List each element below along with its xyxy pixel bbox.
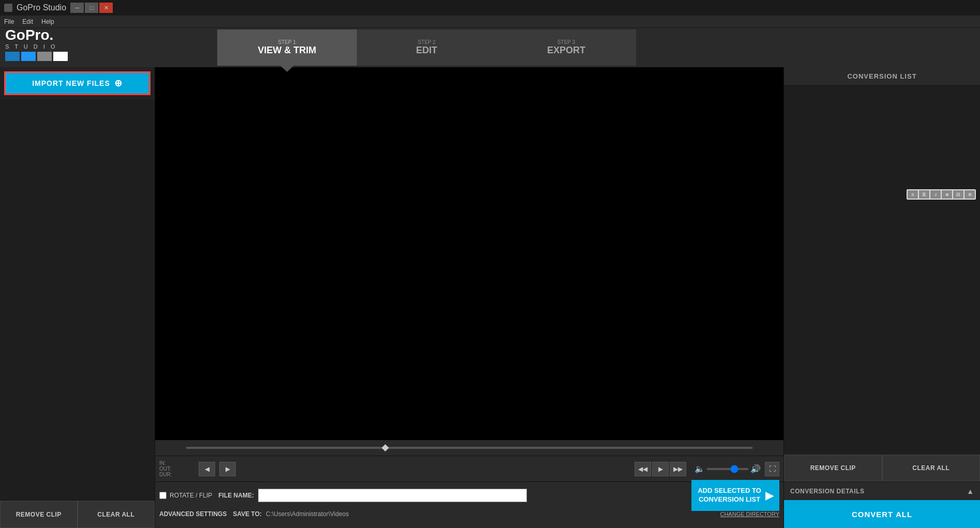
prev-frame-button[interactable]: ◀ — [199, 462, 215, 476]
right-panel: CONVERSION LIST S 英 J ⊕ 回 ⚙ REMOVE CLIP … — [783, 67, 980, 528]
out-label: OUT: — [159, 466, 190, 472]
step3-button[interactable]: STEP 3 EXPORT — [496, 29, 636, 66]
playback-controls: ◀◀ ▶ ▶▶ — [635, 462, 686, 476]
scrubber-track[interactable] — [186, 447, 752, 449]
close-button[interactable]: ✕ — [99, 3, 113, 13]
add-arrow-icon: ▶ — [765, 489, 773, 502]
volume-icon: 🔈 — [695, 464, 705, 474]
center-panel: IN: OUT: DUR: ◀ ▶ ◀◀ ▶ ▶▶ 🔈 🔊 ⛶ — [155, 67, 783, 528]
float-btn-1[interactable]: S — [908, 190, 918, 199]
controls-bar: IN: OUT: DUR: ◀ ▶ ◀◀ ▶ ▶▶ 🔈 🔊 ⛶ — [155, 456, 783, 481]
saveto-label: SAVE TO: — [233, 510, 262, 518]
float-btn-6[interactable]: ⚙ — [964, 190, 975, 199]
main-layout: IMPORT NEW FILES ⊕ REMOVE CLIP CLEAR ALL… — [0, 67, 980, 528]
app-icon — [4, 4, 12, 12]
right-remove-clip-button[interactable]: REMOVE CLIP — [784, 455, 882, 481]
add-to-list-label: ADD SELECTED TOCONVERSION LIST — [698, 487, 761, 504]
left-bottom-buttons: REMOVE CLIP CLEAR ALL — [0, 500, 155, 528]
import-plus-icon: ⊕ — [114, 78, 123, 89]
add-to-conversion-list-button[interactable]: ADD SELECTED TOCONVERSION LIST ▶ — [691, 480, 779, 511]
title-bar: GoPro Studio ─ □ ✕ — [0, 0, 980, 16]
play-button[interactable]: ▶ — [652, 462, 669, 476]
filename-label: FILE NAME: — [218, 492, 254, 499]
advanced-settings-button[interactable]: ADVANCED SETTINGS — [159, 510, 227, 518]
volume-area: 🔈 🔊 — [695, 464, 761, 474]
steps-wrapper: STEP 1 VIEW & TRIM STEP 2 EDIT STEP 3 EX… — [217, 29, 636, 66]
conversion-list-title: CONVERSION LIST — [847, 72, 916, 80]
menu-file[interactable]: File — [4, 18, 14, 25]
conversion-details-label: CONVERSION DETAILS — [790, 488, 864, 495]
conversion-list-header: CONVERSION LIST — [784, 67, 980, 86]
change-directory-button[interactable]: CHANGE DIRECTORY — [720, 511, 779, 517]
rotate-flip-area: ROTATE / FLIP — [159, 492, 212, 499]
saveto-area: SAVE TO: C:\Users\Administrator\Videos — [233, 510, 349, 518]
window-controls: ─ □ ✕ — [70, 3, 113, 13]
step3-title: EXPORT — [547, 45, 585, 56]
step2-number: STEP 2 — [418, 39, 435, 45]
volume-max-icon: 🔊 — [750, 464, 761, 474]
menu-bar: File Edit Help — [0, 16, 980, 28]
file-list-area — [0, 99, 155, 500]
fast-forward-button[interactable]: ▶▶ — [670, 462, 686, 476]
rewind-button[interactable]: ◀◀ — [635, 462, 651, 476]
filename-input[interactable] — [258, 489, 527, 502]
step2-button[interactable]: STEP 2 EDIT — [357, 29, 496, 66]
scrubber-area[interactable] — [155, 440, 783, 456]
in-label: IN: — [159, 460, 190, 466]
video-area — [155, 67, 783, 440]
menu-edit[interactable]: Edit — [22, 18, 33, 25]
left-panel: IMPORT NEW FILES ⊕ REMOVE CLIP CLEAR ALL — [0, 67, 155, 528]
fullscreen-button[interactable]: ⛶ — [765, 462, 779, 476]
float-btn-3[interactable]: J — [930, 190, 941, 199]
float-btn-2[interactable]: 英 — [919, 190, 929, 199]
rotate-flip-label[interactable]: ROTATE / FLIP — [170, 492, 212, 499]
conversion-details-bar: CONVERSION DETAILS ▲ — [784, 481, 980, 500]
volume-slider[interactable] — [707, 468, 748, 470]
right-bottom: REMOVE CLIP CLEAR ALL CONVERSION DETAILS… — [784, 455, 980, 528]
menu-help[interactable]: Help — [41, 18, 54, 25]
convert-all-button[interactable]: CONVERT ALL — [784, 500, 980, 528]
filename-area: FILE NAME: — [218, 489, 527, 502]
saveto-path: C:\Users\Administrator\Videos — [266, 510, 349, 518]
dur-label: DUR: — [159, 472, 190, 477]
steps-navigation: STEP 1 VIEW & TRIM STEP 2 EDIT STEP 3 EX… — [0, 28, 980, 67]
step2-title: EDIT — [416, 45, 437, 56]
step1-button[interactable]: STEP 1 VIEW & TRIM — [217, 29, 357, 66]
bottom-row2: ADVANCED SETTINGS SAVE TO: C:\Users\Admi… — [159, 505, 779, 523]
import-new-files-button[interactable]: IMPORT NEW FILES ⊕ — [4, 71, 150, 95]
import-button-label: IMPORT NEW FILES — [32, 79, 110, 87]
step1-number: STEP 1 — [278, 39, 296, 45]
left-remove-clip-button[interactable]: REMOVE CLIP — [0, 501, 78, 528]
minimize-button[interactable]: ─ — [70, 3, 84, 13]
conversion-details-expand-icon[interactable]: ▲ — [967, 487, 974, 495]
maximize-button[interactable]: □ — [85, 3, 98, 13]
bottom-row1: ROTATE / FLIP FILE NAME: ADD SELECTED TO… — [159, 486, 779, 505]
float-btn-4[interactable]: ⊕ — [942, 190, 952, 199]
right-button-row: REMOVE CLIP CLEAR ALL — [784, 455, 980, 481]
right-clear-all-button[interactable]: CLEAR ALL — [882, 455, 981, 481]
time-info: IN: OUT: DUR: — [159, 460, 190, 477]
left-clear-all-button[interactable]: CLEAR ALL — [78, 501, 155, 528]
scrubber-playhead[interactable] — [382, 444, 389, 451]
title-text: GoPro Studio — [17, 3, 66, 12]
step1-title: VIEW & TRIM — [258, 45, 316, 56]
next-frame-button[interactable]: ▶ — [219, 462, 236, 476]
rotate-flip-checkbox[interactable] — [159, 492, 167, 499]
floating-toolbar: S 英 J ⊕ 回 ⚙ — [907, 189, 976, 200]
float-btn-5[interactable]: 回 — [953, 190, 963, 199]
bottom-controls: ROTATE / FLIP FILE NAME: ADD SELECTED TO… — [155, 481, 783, 528]
conversion-list-content: S 英 J ⊕ 回 ⚙ — [784, 86, 980, 455]
step3-number: STEP 3 — [557, 39, 575, 45]
